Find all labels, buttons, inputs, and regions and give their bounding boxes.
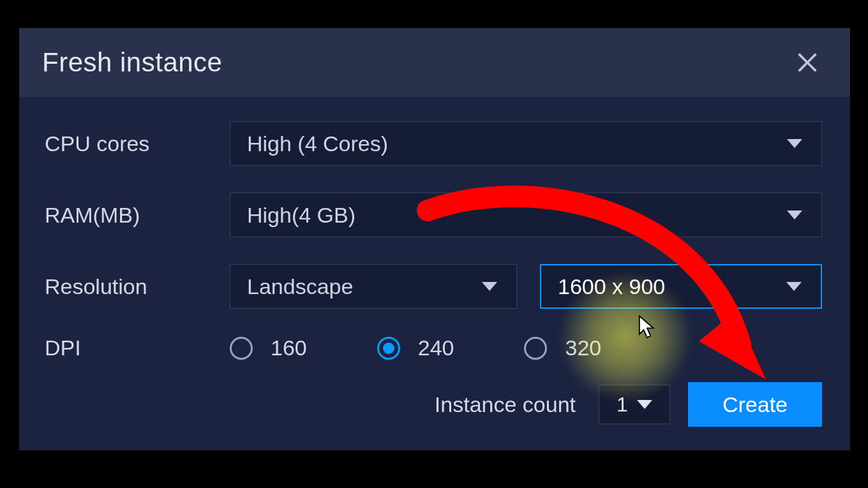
- instance-count-label: Instance count: [435, 392, 576, 417]
- dpi-option-label: 160: [271, 336, 307, 360]
- fresh-instance-dialog: Fresh instance CPU cores High (4 Cores) …: [19, 28, 850, 450]
- ram-value: High(4 GB): [247, 203, 355, 228]
- radio-icon: [230, 337, 253, 360]
- instance-count-select[interactable]: 1: [599, 385, 670, 424]
- instance-count-value: 1: [617, 393, 628, 417]
- dpi-label: DPI: [45, 336, 230, 360]
- dialog-title: Fresh instance: [42, 47, 222, 78]
- orientation-select[interactable]: Landscape: [230, 264, 517, 309]
- radio-icon: [524, 337, 547, 360]
- create-button-label: Create: [722, 392, 788, 417]
- chevron-down-icon: [787, 211, 802, 219]
- ram-label: RAM(MB): [45, 203, 230, 228]
- dpi-option-label: 240: [418, 336, 454, 360]
- resolution-size-value: 1600 x 900: [558, 274, 665, 299]
- chevron-down-icon: [637, 400, 652, 409]
- row-cpu-cores: CPU cores High (4 Cores): [45, 121, 822, 166]
- dpi-option-240[interactable]: 240: [377, 336, 454, 360]
- resolution-label: Resolution: [45, 274, 230, 299]
- dpi-option-160[interactable]: 160: [230, 336, 307, 360]
- row-ram: RAM(MB) High(4 GB): [45, 193, 822, 237]
- radio-icon: [377, 337, 400, 360]
- dialog-body: CPU cores High (4 Cores) RAM(MB) High(4 …: [19, 97, 850, 360]
- cpu-cores-label: CPU cores: [45, 131, 230, 156]
- orientation-value: Landscape: [247, 274, 353, 299]
- create-button[interactable]: Create: [688, 382, 822, 427]
- row-dpi: DPI 160 240 320: [45, 336, 822, 360]
- dpi-option-label: 320: [565, 336, 601, 360]
- close-button[interactable]: [793, 48, 822, 77]
- chevron-down-icon: [787, 139, 802, 148]
- cpu-cores-select[interactable]: High (4 Cores): [230, 121, 822, 166]
- close-icon: [795, 50, 820, 75]
- cpu-cores-value: High (4 Cores): [247, 131, 388, 156]
- row-resolution: Resolution Landscape 1600 x 900: [45, 264, 822, 309]
- ram-select[interactable]: High(4 GB): [230, 193, 822, 237]
- chevron-down-icon: [482, 282, 497, 291]
- dpi-radio-group: 160 240 320: [230, 336, 822, 360]
- resolution-size-select[interactable]: 1600 x 900: [540, 264, 822, 309]
- dpi-option-320[interactable]: 320: [524, 336, 601, 360]
- chevron-down-icon: [786, 282, 802, 291]
- dialog-titlebar: Fresh instance: [19, 28, 850, 97]
- dialog-footer: Instance count 1 Create: [19, 382, 850, 427]
